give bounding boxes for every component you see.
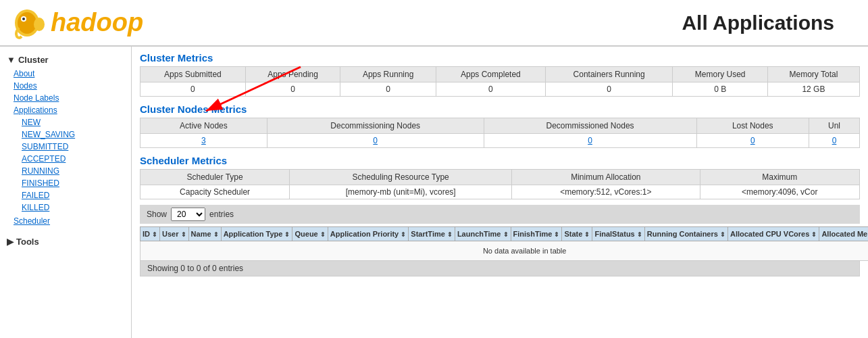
- table-footer: Showing 0 to 0 of 0 entries: [140, 261, 860, 276]
- col-apps-pending: Apps Pending: [245, 67, 340, 82]
- scheduler-metrics-section: Scheduler Metrics Scheduler Type Schedul…: [140, 155, 860, 199]
- th-id[interactable]: ID ⇕: [141, 227, 160, 241]
- col-decommissioned-nodes: Decommissioned Nodes: [484, 118, 696, 134]
- col-memory-total: Memory Total: [767, 67, 859, 82]
- sidebar: ▼ Cluster About Nodes Node Labels Applic…: [0, 47, 132, 338]
- sort-icon-name: ⇕: [213, 231, 219, 238]
- sidebar-sublink-new-saving[interactable]: NEW_SAVING: [0, 128, 131, 141]
- sidebar-sublink-failed[interactable]: FAILED: [0, 189, 131, 201]
- val-containers-running: 0: [545, 82, 673, 97]
- sort-icon-launch-time: ⇕: [503, 231, 509, 238]
- cluster-label: Cluster: [18, 55, 49, 65]
- val-apps-pending: 0: [245, 82, 340, 97]
- val-unhealthy-nodes[interactable]: 0: [809, 134, 859, 148]
- sidebar-sublink-submitted[interactable]: SUBMITTED: [0, 141, 131, 153]
- show-label: Show: [147, 210, 167, 219]
- sidebar-link-node-labels[interactable]: Node Labels: [0, 92, 131, 104]
- th-queue[interactable]: Queue ⇕: [292, 227, 328, 241]
- val-decommissioned-nodes[interactable]: 0: [484, 134, 696, 148]
- col-lost-nodes: Lost Nodes: [696, 118, 809, 134]
- sidebar-link-applications[interactable]: Applications: [0, 104, 131, 116]
- tools-arrow-icon: ▶: [7, 237, 14, 247]
- val-scheduling-resource-type: [memory-mb (unit=Mi), vcores]: [290, 185, 512, 199]
- val-memory-total: 12 GB: [767, 82, 859, 97]
- col-scheduler-type: Scheduler Type: [141, 170, 290, 185]
- sidebar-sublink-running[interactable]: RUNNING: [0, 165, 131, 177]
- col-active-nodes: Active Nodes: [141, 118, 267, 134]
- page-title: All Applications: [682, 11, 854, 34]
- sort-icon-finish-time: ⇕: [554, 231, 559, 238]
- th-running-containers[interactable]: Running Containers ⇕: [644, 227, 727, 241]
- val-apps-completed: 0: [436, 82, 545, 97]
- sidebar-sublink-new[interactable]: NEW: [0, 116, 131, 128]
- tools-label: Tools: [16, 237, 39, 247]
- cluster-nodes-metrics-title: Cluster Nodes Metrics: [140, 103, 860, 115]
- scheduler-metrics-table: Scheduler Type Scheduling Resource Type …: [140, 169, 860, 199]
- show-entries-bar: Show 10 20 50 100 entries: [140, 205, 860, 224]
- th-application-priority[interactable]: Application Priority ⇕: [328, 227, 409, 241]
- cluster-arrow-icon: ▼: [7, 55, 16, 65]
- th-state[interactable]: State ⇕: [562, 227, 592, 241]
- no-data-cell: No data available in table: [141, 241, 869, 261]
- val-apps-running: 0: [340, 82, 436, 97]
- sort-icon-final-status: ⇕: [637, 231, 642, 238]
- svg-point-3: [22, 18, 25, 20]
- cluster-metrics-section: Cluster Metrics Apps Submitted Apps Pend…: [140, 52, 860, 97]
- val-apps-submitted: 0: [141, 82, 246, 97]
- val-decommissioning-nodes[interactable]: 0: [267, 134, 484, 148]
- th-allocated-memory[interactable]: Allocated Memory MB ⇕: [819, 227, 868, 241]
- applications-table: ID ⇕ User ⇕ Name ⇕ Application Type ⇕ Qu…: [140, 226, 868, 261]
- sort-icon-containers: ⇕: [720, 231, 725, 238]
- sort-icon-app-type: ⇕: [284, 231, 290, 238]
- sort-icon-start-time: ⇕: [447, 231, 453, 238]
- main-content: Cluster Metrics Apps Submitted Apps Pend…: [132, 47, 868, 338]
- th-name[interactable]: Name ⇕: [188, 227, 221, 241]
- th-user[interactable]: User ⇕: [160, 227, 189, 241]
- sidebar-link-about[interactable]: About: [0, 68, 131, 80]
- scheduler-metrics-title: Scheduler Metrics: [140, 155, 860, 166]
- sort-icon-cpu: ⇕: [811, 231, 817, 238]
- col-minimum-allocation: Minimum Allocation: [512, 170, 700, 185]
- cluster-metrics-table: Apps Submitted Apps Pending Apps Running…: [140, 66, 860, 97]
- sidebar-sublink-finished[interactable]: FINISHED: [0, 177, 131, 189]
- th-final-status[interactable]: FinalStatus ⇕: [592, 227, 644, 241]
- sort-icon-priority: ⇕: [401, 231, 406, 238]
- col-containers-running: Containers Running: [545, 67, 673, 82]
- col-scheduling-resource-type: Scheduling Resource Type: [290, 170, 512, 185]
- th-launch-time[interactable]: LaunchTime ⇕: [455, 227, 511, 241]
- th-finish-time[interactable]: FinishTime ⇕: [511, 227, 562, 241]
- cluster-nodes-metrics-section: Cluster Nodes Metrics Active Nodes Decom…: [140, 103, 860, 148]
- val-minimum-allocation: <memory:512, vCores:1>: [512, 185, 700, 199]
- svg-point-4: [34, 18, 45, 31]
- logo: hadoop: [14, 4, 143, 41]
- val-maximum-allocation: <memory:4096, vCor: [700, 185, 859, 199]
- sort-icon-id: ⇕: [152, 231, 157, 238]
- th-start-time[interactable]: StartTime ⇕: [409, 227, 455, 241]
- cluster-nodes-metrics-table: Active Nodes Decommissioning Nodes Decom…: [140, 118, 860, 148]
- col-memory-used: Memory Used: [673, 67, 767, 82]
- sidebar-sublink-accepted[interactable]: ACCEPTED: [0, 153, 131, 165]
- sidebar-sublink-killed[interactable]: KILLED: [0, 201, 131, 214]
- tools-section[interactable]: ▶ Tools: [0, 233, 131, 251]
- cluster-section[interactable]: ▼ Cluster: [0, 52, 131, 68]
- sort-icon-user: ⇕: [181, 231, 186, 238]
- col-maximum-allocation: Maximum: [700, 170, 859, 185]
- sort-icon-state: ⇕: [584, 231, 590, 238]
- svg-point-1: [18, 12, 36, 34]
- val-scheduler-type: Capacity Scheduler: [141, 185, 290, 199]
- val-active-nodes[interactable]: 3: [141, 134, 267, 148]
- col-decommissioning-nodes: Decommissioning Nodes: [267, 118, 484, 134]
- logo-text: hadoop: [51, 8, 143, 37]
- sidebar-link-nodes[interactable]: Nodes: [0, 80, 131, 92]
- col-unhealthy-nodes: Unl: [809, 118, 859, 134]
- th-application-type[interactable]: Application Type ⇕: [221, 227, 292, 241]
- val-lost-nodes[interactable]: 0: [696, 134, 809, 148]
- entries-select[interactable]: 10 20 50 100: [171, 208, 205, 221]
- entries-label: entries: [209, 210, 234, 219]
- hadoop-elephant-icon: [14, 4, 54, 41]
- col-apps-completed: Apps Completed: [436, 67, 545, 82]
- th-allocated-cpu[interactable]: Allocated CPU VCores ⇕: [727, 227, 819, 241]
- col-apps-running: Apps Running: [340, 67, 436, 82]
- val-memory-used: 0 B: [673, 82, 767, 97]
- sidebar-link-scheduler[interactable]: Scheduler: [0, 214, 131, 228]
